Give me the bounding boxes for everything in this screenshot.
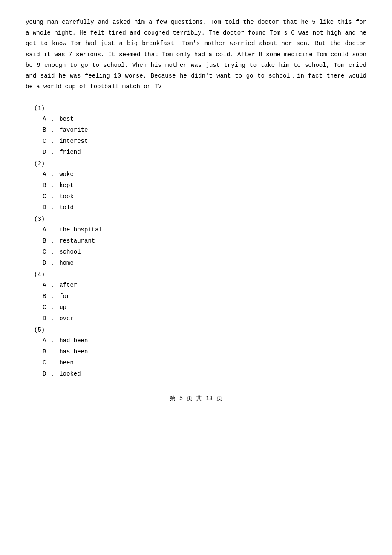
- question-3: (3)A ． the hospitalB ． restaurantC ． sch…: [26, 216, 366, 267]
- questions-container: (1)A ． bestB ． favoriteC ． interestD ． f…: [26, 105, 366, 378]
- option-4-b[interactable]: B ． for: [26, 292, 366, 300]
- option-3-d[interactable]: D ． home: [26, 259, 366, 267]
- option-2-b[interactable]: B ． kept: [26, 182, 366, 189]
- option-5-c[interactable]: C ． been: [26, 359, 366, 367]
- option-5-b[interactable]: B ． has been: [26, 348, 366, 356]
- question-number-5: (5): [26, 327, 366, 333]
- question-number-4: (4): [26, 271, 366, 278]
- question-number-3: (3): [26, 216, 366, 223]
- question-number-2: (2): [26, 160, 366, 167]
- page-footer: 第 5 页 共 13 页: [26, 395, 366, 402]
- option-1-a[interactable]: A ． best: [26, 115, 366, 123]
- question-2: (2)A ． wokeB ． keptC ． tookD ． told: [26, 160, 366, 211]
- question-1: (1)A ． bestB ． favoriteC ． interestD ． f…: [26, 105, 366, 156]
- option-4-a[interactable]: A ． after: [26, 281, 366, 289]
- option-2-c[interactable]: C ． took: [26, 193, 366, 200]
- option-2-a[interactable]: A ． woke: [26, 171, 366, 178]
- question-4: (4)A ． afterB ． forC ． upD ． over: [26, 271, 366, 322]
- option-2-d[interactable]: D ． told: [26, 204, 366, 211]
- option-3-c[interactable]: C ． school: [26, 248, 366, 256]
- question-number-1: (1): [26, 105, 366, 112]
- option-1-b[interactable]: B ． favorite: [26, 126, 366, 134]
- option-3-a[interactable]: A ． the hospital: [26, 226, 366, 234]
- option-1-c[interactable]: C ． interest: [26, 137, 366, 145]
- option-4-d[interactable]: D ． over: [26, 315, 366, 322]
- question-5: (5)A ． had beenB ． has beenC ． beenD ． l…: [26, 327, 366, 378]
- passage: young man carefully and asked him a few …: [26, 17, 366, 92]
- option-5-d[interactable]: D ． looked: [26, 370, 366, 378]
- option-3-b[interactable]: B ． restaurant: [26, 237, 366, 245]
- option-5-a[interactable]: A ． had been: [26, 337, 366, 344]
- option-4-c[interactable]: C ． up: [26, 304, 366, 311]
- option-1-d[interactable]: D ． friend: [26, 148, 366, 156]
